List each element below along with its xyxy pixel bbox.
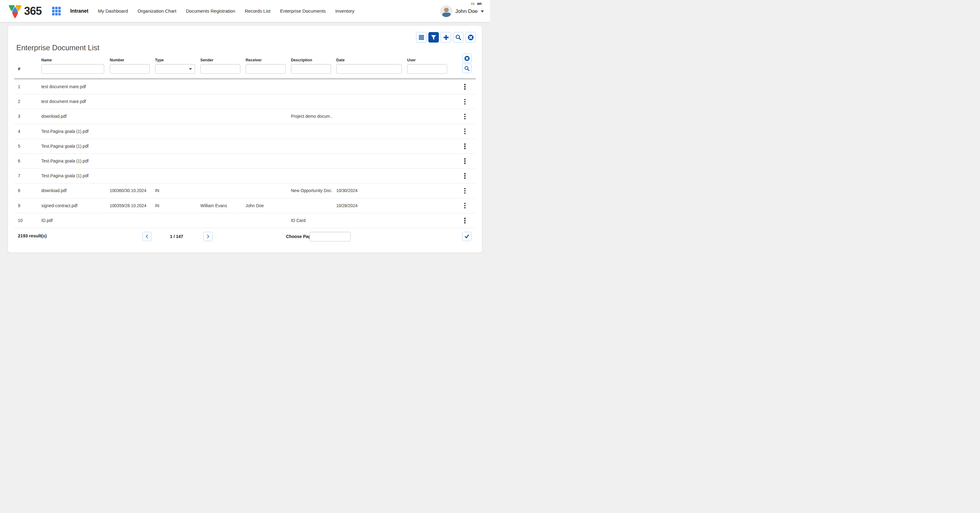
user-menu[interactable]: John Doe bbox=[441, 6, 484, 17]
row-index: 9 bbox=[14, 204, 38, 208]
clear-button[interactable] bbox=[465, 32, 476, 43]
kebab-menu-icon bbox=[464, 129, 466, 130]
nav-item-organization-chart[interactable]: Organization Chart bbox=[137, 8, 176, 14]
filter-number-input[interactable] bbox=[110, 64, 150, 74]
enterprise-document-list-card: Enterprise Document List # Name Number T… bbox=[8, 25, 482, 253]
filter-clear-button[interactable] bbox=[462, 54, 471, 63]
table-row: 7 Test.Pagina goala (1).pdf bbox=[14, 169, 476, 183]
choose-page-input[interactable] bbox=[310, 232, 351, 241]
column-header-number: Number bbox=[110, 58, 151, 62]
doc-name: download.pdf bbox=[38, 188, 106, 193]
menu-button[interactable] bbox=[416, 32, 426, 43]
table-row: 8 download.pdf 100360/30.10.2024 IN New … bbox=[14, 183, 476, 198]
row-index: 8 bbox=[14, 188, 38, 193]
clear-icon bbox=[468, 34, 474, 41]
document-table: 1 test document mare.pdf 2 test document… bbox=[14, 80, 476, 228]
add-button[interactable] bbox=[441, 32, 451, 43]
prev-page-button[interactable] bbox=[142, 232, 152, 241]
row-actions-kebab-button[interactable] bbox=[462, 127, 468, 136]
filter-date-input[interactable] bbox=[336, 64, 402, 74]
filter-receiver-input[interactable] bbox=[246, 64, 286, 74]
row-index: 4 bbox=[14, 129, 38, 134]
apps-grid-icon[interactable] bbox=[52, 7, 61, 16]
nav-item-records-list[interactable]: Records List bbox=[245, 8, 270, 14]
row-actions-kebab-button[interactable] bbox=[462, 156, 468, 166]
table-row: 1 test document mare.pdf bbox=[14, 80, 476, 94]
row-index: 6 bbox=[14, 159, 38, 163]
nav-item-my-dashboard[interactable]: My Dashboard bbox=[98, 8, 128, 14]
row-index: 1 bbox=[14, 84, 38, 89]
row-actions-kebab-button[interactable] bbox=[462, 97, 468, 107]
doc-name: test document mare.pdf bbox=[38, 84, 106, 89]
logo-365-icon bbox=[7, 3, 23, 19]
page-indicator: 1 / 147 bbox=[161, 234, 192, 239]
search-icon bbox=[455, 34, 461, 40]
column-header-sender: Sender bbox=[200, 58, 242, 62]
nav-item-inventory[interactable]: Inventory bbox=[335, 8, 355, 14]
row-actions-kebab-button[interactable] bbox=[462, 186, 468, 196]
doc-description: Project demo docum… bbox=[287, 114, 332, 119]
filter-user-input[interactable] bbox=[407, 64, 447, 74]
table-row: 10 ID.pdf ID Card bbox=[14, 213, 476, 228]
choose-page-label: Choose Page bbox=[286, 234, 309, 239]
row-index: 10 bbox=[14, 218, 38, 223]
column-header-name: Name bbox=[41, 58, 106, 62]
table-row: 6 Test.Pagina goala (1).pdf bbox=[14, 154, 476, 169]
lang-ro-link[interactable]: ro bbox=[471, 2, 474, 6]
main-nav: Intranet My Dashboard Organization Chart… bbox=[70, 8, 355, 14]
doc-name: test document mare.pdf bbox=[38, 99, 106, 104]
next-page-button[interactable] bbox=[204, 232, 213, 241]
nav-item-intranet[interactable]: Intranet bbox=[70, 8, 88, 14]
row-actions-kebab-button[interactable] bbox=[462, 82, 468, 92]
doc-sender: William Evans bbox=[197, 204, 242, 208]
filter-button[interactable] bbox=[428, 32, 439, 43]
row-index: 5 bbox=[14, 144, 38, 148]
filter-search-button[interactable] bbox=[462, 64, 471, 73]
lang-en-link[interactable]: en bbox=[477, 2, 482, 6]
kebab-menu-icon bbox=[464, 188, 466, 190]
menu-icon bbox=[418, 35, 424, 40]
row-actions-kebab-button[interactable] bbox=[462, 142, 468, 151]
row-actions-kebab-button[interactable] bbox=[462, 112, 468, 121]
table-row: 4 Test.Pagina goala (1).pdf bbox=[14, 124, 476, 139]
column-header-date: Date bbox=[336, 58, 403, 62]
app-header: 365 Intranet My Dashboard Organization C… bbox=[0, 0, 490, 22]
doc-name: download.pdf bbox=[38, 114, 106, 119]
results-count: 2193 result(s) bbox=[18, 233, 47, 238]
filter-icon bbox=[431, 35, 437, 40]
filter-type-select-value[interactable] bbox=[155, 64, 195, 74]
doc-type: IN bbox=[151, 188, 197, 193]
doc-name: ID.pdf bbox=[38, 218, 106, 223]
check-icon bbox=[465, 234, 469, 239]
filter-actions bbox=[462, 54, 471, 73]
nav-item-enterprise-documents[interactable]: Enterprise Documents bbox=[280, 8, 326, 14]
user-name: John Doe bbox=[455, 8, 478, 14]
filter-name-input[interactable] bbox=[41, 64, 104, 74]
nav-item-documents-registration[interactable]: Documents Registration bbox=[186, 8, 235, 14]
filter-type-select[interactable] bbox=[155, 64, 195, 74]
column-header-description: Description bbox=[291, 58, 332, 62]
row-actions-kebab-button[interactable] bbox=[462, 171, 468, 181]
row-actions-kebab-button[interactable] bbox=[462, 216, 468, 225]
column-header-type: Type bbox=[155, 58, 197, 62]
doc-name: Test.Pagina goala (1).pdf bbox=[38, 159, 106, 163]
row-actions-kebab-button[interactable] bbox=[462, 201, 468, 210]
doc-name: signed-contract.pdf bbox=[38, 204, 106, 208]
filter-description-input[interactable] bbox=[291, 64, 331, 74]
go-to-page-button[interactable] bbox=[462, 232, 471, 241]
doc-name: Test.Pagina goala (1).pdf bbox=[38, 174, 106, 178]
clear-icon bbox=[464, 56, 470, 61]
chevron-left-icon bbox=[145, 234, 149, 239]
doc-description: New Opportunity Doc… bbox=[287, 188, 332, 193]
search-button[interactable] bbox=[453, 32, 463, 43]
kebab-menu-icon bbox=[464, 173, 466, 175]
kebab-menu-icon bbox=[464, 143, 466, 145]
kebab-menu-icon bbox=[464, 203, 466, 204]
column-header-user: User bbox=[407, 58, 454, 62]
kebab-menu-icon bbox=[464, 158, 466, 160]
doc-name: Test.Pagina goala (1).pdf bbox=[38, 144, 106, 148]
filter-sender-input[interactable] bbox=[200, 64, 240, 74]
kebab-menu-icon bbox=[464, 114, 466, 115]
doc-type: IN bbox=[151, 204, 197, 208]
chevron-right-icon bbox=[206, 234, 210, 239]
